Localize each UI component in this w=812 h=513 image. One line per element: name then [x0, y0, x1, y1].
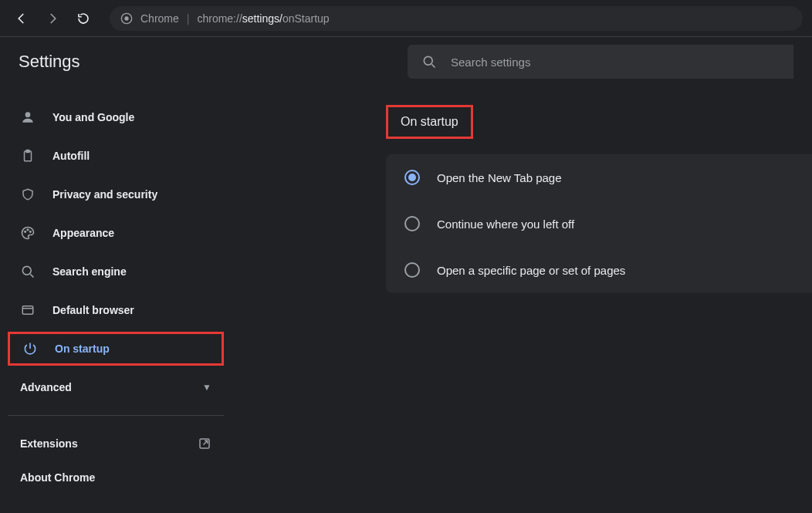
shield-icon: [20, 187, 36, 202]
svg-line-3: [431, 64, 435, 67]
power-icon: [22, 341, 38, 356]
radio-unselected-icon: [404, 262, 420, 278]
search-settings-box[interactable]: [408, 45, 793, 79]
sidebar-item-privacy[interactable]: Privacy and security: [8, 177, 224, 211]
sidebar-advanced-label: Advanced: [20, 381, 72, 393]
radio-selected-icon: [404, 170, 420, 185]
sidebar-item-label: Search engine: [52, 265, 127, 278]
sidebar-about-label: About Chrome: [20, 471, 95, 484]
svg-point-4: [25, 112, 31, 117]
option-label: Open the New Tab page: [437, 171, 562, 184]
chevron-down-icon: ▼: [202, 382, 211, 393]
search-icon: [20, 264, 36, 279]
settings-header: Settings: [0, 37, 812, 86]
sidebar-item-label: Appearance: [52, 227, 114, 239]
on-startup-options: Open the New Tab page Continue where you…: [386, 154, 812, 293]
svg-point-8: [27, 229, 29, 231]
reload-button[interactable]: [71, 6, 96, 31]
svg-point-10: [22, 266, 31, 275]
sidebar-item-label: Default browser: [52, 304, 134, 316]
chrome-icon: [120, 12, 133, 25]
settings-main: On startup Open the New Tab page Continu…: [232, 86, 812, 513]
svg-point-2: [424, 56, 432, 65]
omnibox-app-label: Chrome: [140, 12, 179, 25]
section-title-highlight: On startup: [386, 105, 473, 139]
sidebar-advanced[interactable]: Advanced ▼: [8, 370, 224, 404]
page-title: Settings: [19, 52, 389, 72]
section-title: On startup: [388, 107, 471, 137]
svg-line-11: [30, 274, 33, 277]
sidebar-extensions-label: Extensions: [20, 437, 78, 450]
option-open-specific-pages[interactable]: Open a specific page or set of pages: [386, 247, 812, 293]
option-continue-where-left-off[interactable]: Continue where you left off: [386, 201, 812, 247]
svg-rect-6: [26, 150, 30, 153]
browser-toolbar: Chrome | chrome://settings/onStartup: [0, 0, 812, 37]
omnibox-url: chrome://settings/onStartup: [197, 12, 329, 25]
option-label: Continue where you left off: [437, 218, 574, 231]
option-label: Open a specific page or set of pages: [437, 264, 625, 277]
sidebar-item-you-and-google[interactable]: You and Google: [8, 100, 224, 134]
divider: [8, 415, 224, 416]
svg-point-7: [25, 231, 26, 233]
search-icon: [421, 54, 437, 69]
sidebar-item-label: You and Google: [52, 111, 134, 123]
svg-point-9: [30, 231, 32, 233]
palette-icon: [20, 225, 36, 241]
sidebar-item-default-browser[interactable]: Default browser: [8, 293, 224, 327]
sidebar-item-on-startup[interactable]: On startup: [8, 332, 224, 366]
sidebar-item-extensions[interactable]: Extensions: [8, 427, 224, 461]
option-open-new-tab[interactable]: Open the New Tab page: [386, 154, 812, 201]
browser-icon: [20, 302, 36, 318]
person-icon: [20, 110, 36, 125]
sidebar-item-label: Autofill: [52, 150, 90, 162]
sidebar-item-label: Privacy and security: [52, 188, 157, 201]
sidebar-item-about-chrome[interactable]: About Chrome: [8, 461, 224, 494]
forward-button[interactable]: [40, 6, 65, 31]
back-button[interactable]: [9, 6, 34, 31]
external-link-icon: [198, 437, 211, 451]
sidebar-item-appearance[interactable]: Appearance: [8, 216, 224, 250]
clipboard-icon: [20, 148, 36, 164]
omnibox-separator: |: [187, 12, 190, 25]
svg-rect-12: [22, 306, 33, 315]
search-settings-input[interactable]: [451, 56, 780, 69]
sidebar-item-label: On startup: [55, 343, 110, 355]
address-bar[interactable]: Chrome | chrome://settings/onStartup: [110, 6, 803, 31]
radio-unselected-icon: [404, 216, 420, 231]
svg-point-1: [124, 16, 128, 20]
sidebar-item-search-engine[interactable]: Search engine: [8, 255, 224, 289]
sidebar-item-autofill[interactable]: Autofill: [8, 139, 224, 173]
settings-sidebar: You and Google Autofill Privacy and secu…: [0, 86, 232, 513]
